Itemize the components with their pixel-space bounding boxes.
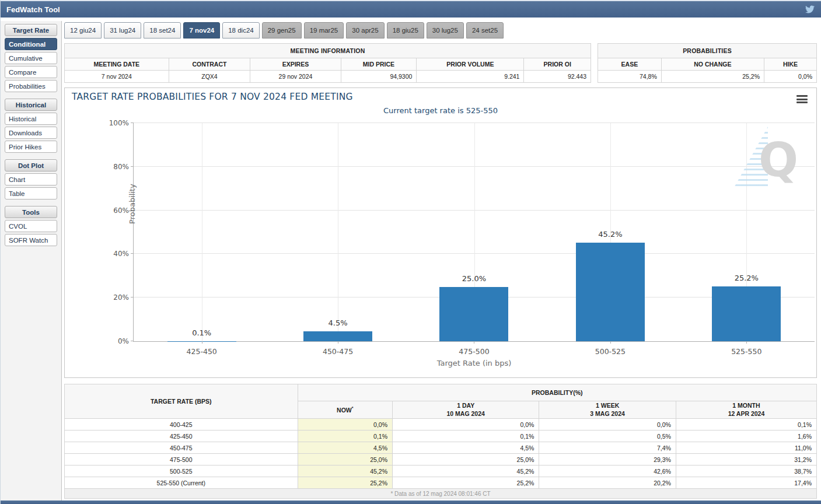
y-tick-100: 100% <box>109 119 129 127</box>
tab-12-giu24[interactable]: 12 giu24 <box>64 22 102 38</box>
x-category-500-525: 500-525 <box>595 347 626 356</box>
rate-cell: 425-450 <box>65 430 298 442</box>
week-cell: 20,2% <box>539 477 676 489</box>
tab-29-gen25[interactable]: 29 gen25 <box>262 22 302 38</box>
day-cell: 25,0% <box>392 454 539 466</box>
x-category-475-500: 475-500 <box>459 347 489 356</box>
bar-value-label: 4.5% <box>329 318 348 327</box>
meeting-info-col-expires: EXPIRES <box>250 58 341 71</box>
rate-cell: 400-425 <box>65 419 298 430</box>
expires-value: 29 nov 2024 <box>250 71 341 83</box>
sidebar-item-conditional[interactable]: Conditional <box>5 38 57 50</box>
probabilities-title: PROBABILITIES <box>598 44 817 58</box>
prob-col-ease: EASE <box>598 58 662 71</box>
meeting-info-col-mid-price: MID PRICE <box>341 58 417 71</box>
sidebar-item-sofr-watch[interactable]: SOFR Watch <box>5 234 57 246</box>
col-header-1-week: 1 WEEK3 MAG 2024 <box>539 401 676 419</box>
bar-slot-475-500: 25.0% 475-500 <box>406 123 542 341</box>
meeting-date-tabbar: 12 giu24 31 lug24 18 set24 7 nov24 18 di… <box>64 22 504 38</box>
meeting-info-col-prior-volume: PRIOR VOLUME <box>417 58 524 71</box>
sidebar-item-cvol[interactable]: CVOL <box>5 220 57 232</box>
now-cell: 45,2% <box>298 466 392 477</box>
bar-475-500 <box>439 287 508 342</box>
hamburger-menu-icon[interactable] <box>796 95 808 105</box>
bottom-accent-bar <box>1 501 821 504</box>
tab-18-dic24[interactable]: 18 dic24 <box>222 22 259 38</box>
week-cell: 0,5% <box>539 430 676 442</box>
bar-value-label: 25.2% <box>735 274 759 282</box>
tab-30-lug25[interactable]: 30 lug25 <box>427 22 464 38</box>
tab-7-nov24[interactable]: 7 nov24 <box>183 22 220 38</box>
x-category-525-550: 525-550 <box>731 347 761 356</box>
sidebar-item-probabilities[interactable]: Probabilities <box>5 80 57 92</box>
tab-19-mar25[interactable]: 19 mar25 <box>304 22 344 38</box>
table-row: 425-450 0,1% 0,1% 0,5% 1,6% <box>65 430 817 442</box>
x-category-425-450: 425-450 <box>187 347 217 356</box>
month-cell: 38,7% <box>676 466 816 477</box>
tab-18-set24[interactable]: 18 set24 <box>144 22 181 38</box>
meeting-info-col-contract: CONTRACT <box>169 58 250 71</box>
prior-volume-value: 9.241 <box>417 71 524 83</box>
bar-slot-500-525: 45.2% 500-525 <box>542 123 678 341</box>
probability-detail-table: TARGET RATE (BPS) PROBABILITY(%) NOW* 1 … <box>64 384 817 499</box>
y-tick-40: 40% <box>113 250 129 258</box>
day-cell: 0,0% <box>392 419 539 430</box>
bar-slot-525-550: 25.2% 525-550 <box>679 123 815 341</box>
y-tick-60: 60% <box>113 206 129 215</box>
day-cell: 4,5% <box>392 442 539 454</box>
rate-cell: 450-475 <box>65 442 298 454</box>
sidebar-section-tools: Tools <box>5 206 57 218</box>
prob-col-no-change: NO CHANGE <box>661 58 764 71</box>
contract-value: ZQX4 <box>169 71 250 83</box>
y-tick-20: 20% <box>113 293 129 302</box>
table-row: 475-500 25,0% 25,0% 29,3% 31,2% <box>65 454 817 466</box>
chart-title: TARGET RATE PROBABILITIES FOR 7 NOV 2024… <box>72 92 353 102</box>
now-cell: 0,0% <box>298 419 392 430</box>
sidebar-item-compare[interactable]: Compare <box>5 66 57 78</box>
data-as-of-footnote: * Data as of 12 mag 2024 08:01:46 CT <box>65 489 817 499</box>
month-cell: 0,1% <box>676 419 816 430</box>
ease-value: 74,8% <box>598 71 662 83</box>
x-axis-title: Target Rate (in bps) <box>134 359 815 368</box>
table-row: 400-425 0,0% 0,0% 0,0% 0,1% <box>65 419 817 430</box>
meeting-info-col-prior-oi: PRIOR OI <box>524 58 591 71</box>
meeting-info-title: MEETING INFORMATION <box>65 44 591 58</box>
tab-24-set25[interactable]: 24 set25 <box>466 22 504 38</box>
sidebar-section-target-rate: Target Rate <box>5 24 57 36</box>
x-category-450-475: 450-475 <box>323 347 353 356</box>
bar-450-475 <box>303 331 372 341</box>
sidebar-item-downloads[interactable]: Downloads <box>5 127 57 139</box>
prior-oi-value: 92.443 <box>524 71 591 83</box>
now-cell: 25,0% <box>298 454 392 466</box>
rate-cell: 525-550 (Current) <box>65 477 298 489</box>
bar-525-550 <box>712 286 781 341</box>
table-row: 450-475 4,5% 4,5% 7,4% 11,0% <box>65 442 817 454</box>
week-cell: 7,4% <box>539 442 676 454</box>
day-cell: 45,2% <box>392 466 539 477</box>
col-header-1-day: 1 DAY10 MAG 2024 <box>392 401 539 419</box>
day-cell: 0,1% <box>392 430 539 442</box>
col-header-now: NOW* <box>298 401 392 419</box>
twitter-icon[interactable] <box>804 5 816 14</box>
week-cell: 29,3% <box>539 454 676 466</box>
hike-value: 0,0% <box>764 71 817 83</box>
col-header-probability-group: PROBABILITY(%) <box>298 384 816 401</box>
table-row: 500-525 45,2% 45,2% 42,6% 38,7% <box>65 466 817 477</box>
tab-30-apr25[interactable]: 30 apr25 <box>346 22 384 38</box>
sidebar-item-table[interactable]: Table <box>5 187 57 200</box>
sidebar-item-chart[interactable]: Chart <box>5 173 57 186</box>
day-cell: 25,2% <box>392 477 539 489</box>
sidebar-section-dot-plot: Dot Plot <box>5 159 57 172</box>
prob-col-hike: HIKE <box>764 58 817 71</box>
week-cell: 42,6% <box>539 466 676 477</box>
sidebar-item-cumulative[interactable]: Cumulative <box>5 52 57 64</box>
app-title: FedWatch Tool <box>6 5 60 14</box>
sidebar-item-prior-hikes[interactable]: Prior Hikes <box>5 141 57 153</box>
chart-subtitle: Current target rate is 525-550 <box>65 106 816 115</box>
sidebar-section-historical: Historical <box>5 99 57 111</box>
sidebar-item-historical[interactable]: Historical <box>5 113 57 125</box>
tab-31-lug24[interactable]: 31 lug24 <box>104 22 141 38</box>
meeting-info-col-meeting-date: MEETING DATE <box>65 58 169 71</box>
tab-18-giu25[interactable]: 18 giu25 <box>387 22 424 38</box>
app-header: FedWatch Tool <box>1 0 821 18</box>
